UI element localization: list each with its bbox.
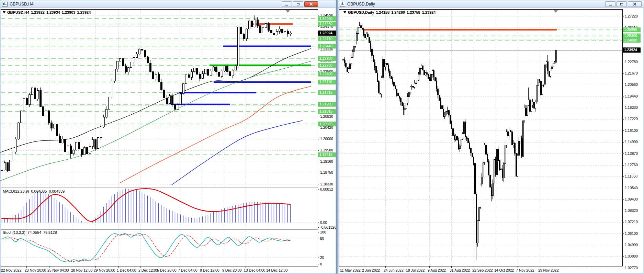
h4-window-titlebar[interactable]: GBPUSD,H4: [0, 0, 336, 8]
minimize-icon: [285, 2, 289, 6]
stochastic-label: Stoch(13,3,3) 74.0554 79.5128: [3, 230, 57, 235]
close-button[interactable]: [304, 1, 318, 7]
h4-chart-plot[interactable]: [1, 9, 318, 266]
quote-low: 1.23903: [62, 10, 76, 14]
close-icon: [633, 2, 637, 6]
close-icon: [309, 2, 313, 6]
quote-close: 1.23924: [422, 10, 436, 14]
window-title: GBPUSD,Daily: [347, 2, 375, 7]
minimize-icon: [608, 2, 612, 6]
quote-open: 1.23922: [31, 10, 45, 14]
daily-chart-plot[interactable]: [339, 9, 622, 266]
daily-quote-line: GBPUSD,Daily 1.24158 1.24260 1.23758 1.2…: [343, 10, 436, 15]
minimize-button[interactable]: [282, 1, 292, 7]
macd-label: MACD(12,26,9) 0.004385 0.004339: [3, 189, 65, 193]
chart-icon: [340, 2, 345, 7]
quote-low: 1.23758: [407, 10, 420, 14]
daily-window-titlebar[interactable]: GBPUSD,Daily: [338, 0, 644, 8]
symbol-dropdown-icon[interactable]: [3, 11, 5, 15]
macd-value-main: 0.004385: [31, 189, 47, 193]
macd-name: MACD(12,26,9): [3, 189, 29, 193]
restore-button[interactable]: [617, 1, 627, 7]
symbol-dropdown-icon[interactable]: [343, 11, 346, 15]
quote-high: 1.23934: [46, 10, 60, 14]
minimize-button[interactable]: [605, 1, 615, 7]
close-button[interactable]: [628, 1, 642, 7]
stoch-value-signal: 79.5128: [43, 230, 57, 235]
window-title: GBPUSD,H4: [10, 2, 33, 7]
stoch-name: Stoch(13,3,3): [3, 230, 25, 235]
quote-high: 1.24260: [391, 10, 405, 14]
macd-value-signal: 0.004339: [49, 189, 65, 193]
symbol-name: GBPUSD,H4: [7, 10, 29, 14]
quote-open: 1.24158: [376, 10, 389, 14]
restore-icon: [620, 2, 624, 6]
h4-quote-line: GBPUSD,H4 1.23922 1.23934 1.23903 1.2392…: [3, 10, 91, 15]
restore-button[interactable]: [293, 1, 303, 7]
symbol-name: GBPUSD,Daily: [348, 10, 374, 14]
stoch-value-main: 74.0554: [27, 230, 41, 235]
restore-icon: [296, 2, 300, 6]
quote-close: 1.23924: [77, 10, 91, 14]
chart-icon: [2, 2, 8, 7]
